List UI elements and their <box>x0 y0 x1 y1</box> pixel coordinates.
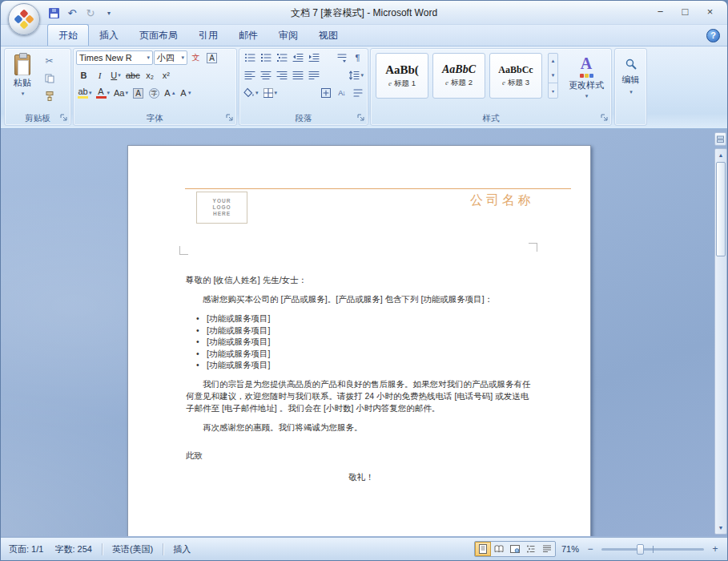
web-layout-view-button[interactable] <box>507 542 523 556</box>
format-painter-button[interactable] <box>42 89 57 103</box>
save-button[interactable] <box>46 5 62 21</box>
outline-view-button[interactable] <box>523 542 539 556</box>
style-heading3[interactable]: AaBbCc e 标题 3 <box>489 53 542 99</box>
gallery-scroll-up-button[interactable]: ▲ <box>549 54 557 68</box>
minimize-button[interactable]: − <box>650 4 671 19</box>
copy-button[interactable] <box>42 71 57 86</box>
letter-body[interactable]: 尊敬的 [收信人姓名] 先生/女士： 感谢您购买本公司的 [产品或服务]。[产品… <box>186 274 537 490</box>
customize-qat-button[interactable]: ▾ <box>101 5 117 21</box>
phonetic-guide-button[interactable]: 文 <box>188 50 203 65</box>
cut-button[interactable]: ✂ <box>42 54 57 68</box>
multilevel-list-button[interactable] <box>274 50 289 65</box>
company-name[interactable]: 公司名称 <box>470 192 534 209</box>
align-left-button[interactable] <box>242 68 257 83</box>
undo-button[interactable]: ↶ <box>64 5 80 21</box>
reading-view-icon <box>494 544 504 554</box>
clipboard-dialog-launcher[interactable] <box>60 114 68 122</box>
change-case-button[interactable]: Aa ▾ <box>112 86 130 100</box>
decrease-indent-button[interactable] <box>290 50 305 65</box>
outline-view-icon <box>526 544 536 554</box>
highlight-button[interactable]: ab ▾ <box>76 86 94 100</box>
arrow-up-icon: ▲ <box>171 91 176 95</box>
font-size-select[interactable]: 小四 ▾ <box>154 50 187 65</box>
superscript-button[interactable]: x² <box>159 68 174 83</box>
zoom-in-button[interactable]: + <box>710 543 721 555</box>
maximize-button[interactable]: □ <box>674 4 696 19</box>
ruler-toggle-button[interactable] <box>714 132 726 146</box>
dialog-launcher-icon <box>357 114 365 122</box>
zoom-slider[interactable] <box>601 548 704 551</box>
scrollbar-thumb[interactable] <box>716 162 726 256</box>
gallery-more-button[interactable]: ▾ <box>549 83 557 98</box>
style-preview: AaBb( <box>385 63 419 77</box>
tab-page-layout[interactable]: 页面布局 <box>129 25 188 46</box>
show-hide-marks-button[interactable]: ¶ <box>350 50 365 65</box>
help-button[interactable]: ? <box>706 29 720 42</box>
scroll-up-button[interactable]: ▲ <box>715 149 726 161</box>
zoom-slider-thumb[interactable] <box>637 544 644 555</box>
underline-button[interactable]: U ▾ <box>108 68 123 83</box>
asian-layout-icon <box>320 87 332 99</box>
bold-button[interactable]: B <box>76 68 91 83</box>
font-name-select[interactable]: Times New R ▾ <box>76 50 153 65</box>
tab-review[interactable]: 审阅 <box>268 25 308 46</box>
fullscreen-reading-view-button[interactable] <box>491 542 507 556</box>
scroll-down-button[interactable]: ▼ <box>715 522 726 534</box>
tab-references[interactable]: 引用 <box>188 25 228 46</box>
grow-font-button[interactable]: A ▲ <box>163 86 178 100</box>
draft-view-button[interactable] <box>539 542 555 556</box>
strikethrough-button[interactable]: abc <box>124 68 142 83</box>
shrink-font-button[interactable]: A ▼ <box>179 86 194 100</box>
status-page-number[interactable]: 页面: 1/1 <box>7 543 45 555</box>
close-button[interactable]: × <box>699 4 721 19</box>
status-insert-mode[interactable]: 插入 <box>171 543 192 555</box>
align-right-button[interactable] <box>274 68 289 83</box>
tab-mailings[interactable]: 邮件 <box>228 25 268 46</box>
print-layout-view-button[interactable] <box>475 542 491 556</box>
tab-home[interactable]: 开始 <box>47 24 89 46</box>
editing-button[interactable]: 编辑 ▾ <box>617 52 645 123</box>
paragraph-dialog-launcher[interactable] <box>357 114 365 122</box>
text-direction-button[interactable] <box>334 50 349 65</box>
tab-insert[interactable]: 插入 <box>89 25 129 46</box>
vertical-scrollbar[interactable]: ▲ ▼ <box>714 148 727 535</box>
font-dialog-launcher[interactable] <box>226 114 234 122</box>
italic-button[interactable]: I <box>92 68 107 83</box>
line-spacing-button[interactable]: ▾ <box>347 68 365 83</box>
zoom-level[interactable]: 71% <box>561 544 579 554</box>
paste-button[interactable]: 粘贴 ▾ <box>9 51 36 114</box>
zoom-out-button[interactable]: − <box>585 543 596 555</box>
status-language[interactable]: 英语(美国) <box>111 543 155 555</box>
salute-line: 敬礼！ <box>186 471 537 483</box>
bullet-list-button[interactable] <box>242 50 257 65</box>
styles-dialog-launcher[interactable] <box>601 114 609 122</box>
status-word-count[interactable]: 字数: 254 <box>53 543 93 555</box>
justify-button[interactable] <box>290 68 305 83</box>
gallery-scroll-down-button[interactable]: ▼ <box>549 68 557 83</box>
distribute-button[interactable] <box>306 68 321 83</box>
logo-placeholder[interactable]: YOUR LOGO HERE <box>196 192 247 224</box>
font-color-button[interactable]: A ▾ <box>95 86 112 100</box>
numbered-list-button[interactable] <box>258 50 273 65</box>
shading-button[interactable]: ▾ <box>242 86 260 100</box>
paragraph-marks-button[interactable] <box>350 86 365 100</box>
asian-layout-button[interactable] <box>318 86 333 100</box>
enclose-character-button[interactable]: 字 <box>147 86 162 100</box>
borders-button[interactable]: ▾ <box>261 86 280 100</box>
style-gallery-scrollbar: ▲ ▼ ▾ <box>548 53 558 99</box>
character-shading-button[interactable]: A <box>131 86 146 100</box>
office-button[interactable] <box>8 3 40 35</box>
sort-button[interactable]: A↓ <box>334 86 349 100</box>
character-border-button[interactable]: A <box>204 50 219 65</box>
redo-button[interactable]: ↻ <box>82 5 99 21</box>
style-heading2[interactable]: AaBbC e 标题 2 <box>432 53 485 99</box>
align-center-button[interactable] <box>258 68 273 83</box>
change-styles-button[interactable]: A 更改样式 ▾ <box>563 52 609 116</box>
status-bar: 页面: 1/1 字数: 254 英语(美国) 插入 <box>1 537 727 560</box>
document-page[interactable]: YOUR LOGO HERE 公司名称 尊敬的 [收信人姓名] 先生/女士： 感… <box>127 145 591 536</box>
style-heading1[interactable]: AaBb( e 标题 1 <box>376 53 428 99</box>
subscript-button[interactable]: x₂ <box>143 68 158 83</box>
increase-indent-button[interactable] <box>306 50 321 65</box>
tab-view[interactable]: 视图 <box>308 25 348 46</box>
pilcrow-icon: ¶ <box>356 53 360 63</box>
